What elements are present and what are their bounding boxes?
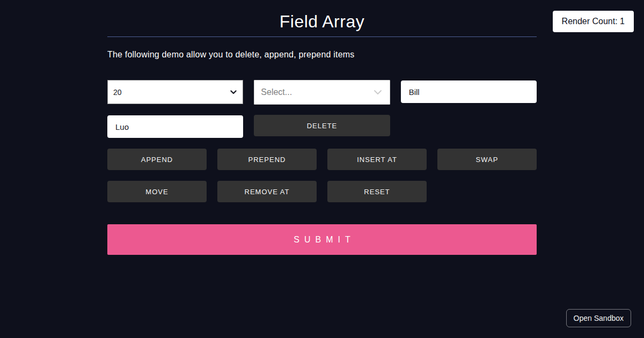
reset-button[interactable]: RESET [327,181,427,202]
swap-button[interactable]: SWAP [437,149,537,170]
quantity-select-wrap: 20 [107,80,243,104]
insert-at-button[interactable]: INSERT AT [327,149,427,170]
move-button[interactable]: MOVE [107,181,207,202]
page-description: The following demo allow you to delete, … [107,50,537,60]
remove-at-button[interactable]: REMOVE AT [217,181,317,202]
empty-cell [437,181,537,202]
render-count-badge: Render Count: 1 [553,11,634,32]
append-button[interactable]: APPEND [107,149,207,170]
actions-row-1: APPEND PREPEND INSERT AT SWAP [107,149,537,170]
form-row-1: 20 Select... [107,80,537,105]
name-select-placeholder: Select... [261,87,292,97]
field-array-form: 20 Select... DELETE APPEND PREPEND [107,80,537,255]
prepend-button[interactable]: PREPEND [217,149,317,170]
quantity-select[interactable]: 20 [107,80,243,104]
delete-button[interactable]: DELETE [254,115,390,136]
page-title: Field Array [107,0,537,37]
main-container: Field Array The following demo allow you… [107,0,537,255]
name-select[interactable]: Select... [254,80,390,105]
actions-row-2: MOVE REMOVE AT RESET [107,181,537,202]
last-name-input[interactable] [107,115,243,138]
submit-button[interactable]: SUBMIT [107,224,537,255]
first-name-input[interactable] [401,80,537,103]
form-row-2: DELETE [107,115,537,138]
open-sandbox-button[interactable]: Open Sandbox [566,309,631,327]
chevron-down-icon [374,90,383,95]
